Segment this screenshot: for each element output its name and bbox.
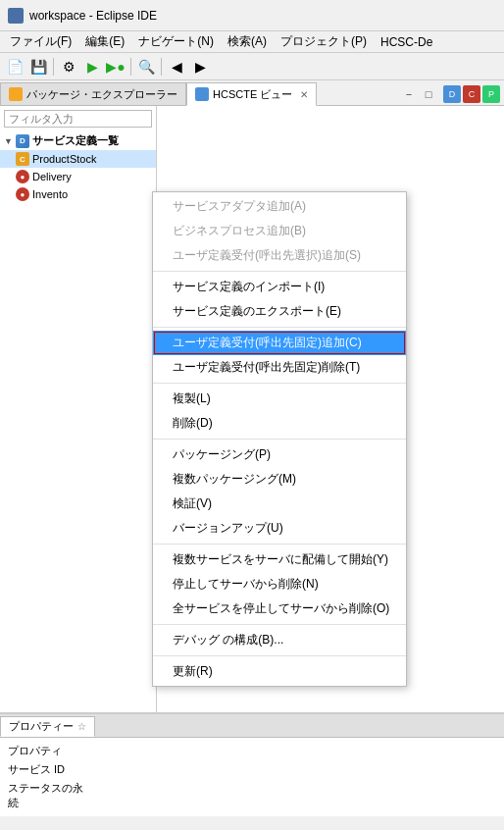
tab-hcscte-label: HCSCTE ビュー: [213, 87, 292, 102]
tab-close-icon[interactable]: ✕: [300, 89, 308, 100]
ctx-item-debug-config[interactable]: デバッグ の構成(B)...: [153, 628, 406, 652]
ctx-item-duplicate[interactable]: 複製(L): [153, 387, 406, 411]
ctx-item-refresh[interactable]: 更新(R): [153, 659, 406, 684]
toolbar-c-icon[interactable]: C: [463, 85, 480, 103]
ctx-item-stop-delete[interactable]: 停止してサーバから削除(N): [153, 572, 406, 597]
ctx-item-service-adapter[interactable]: サービスアダプタ追加(A): [153, 194, 406, 219]
toolbar-run-btn[interactable]: ▶: [81, 56, 103, 78]
filter-input[interactable]: [4, 110, 152, 128]
bottom-tab-label: プロパティー: [9, 719, 74, 734]
bottom-label-property: プロパティ: [8, 744, 86, 758]
toolbar-sep-3: [161, 58, 162, 76]
productstock-icon: C: [16, 152, 29, 166]
toolbar-new-btn[interactable]: 📄: [4, 56, 25, 78]
bottom-tab-properties[interactable]: プロパティー ☆: [0, 716, 95, 737]
tab-bar: パッケージ・エクスプローラー HCSCTE ビュー ✕ − □ D C P: [0, 80, 504, 106]
tab-restore-btn[interactable]: □: [420, 85, 437, 103]
ctx-item-user-defined-fixed-del[interactable]: ユーザ定義受付(呼出先固定)削除(T): [153, 355, 406, 380]
toolbar-gear-btn[interactable]: ⚙: [58, 56, 79, 78]
ctx-item-business-process[interactable]: ビジネスプロセス追加(B): [153, 219, 406, 243]
menu-file[interactable]: ファイル(F): [4, 31, 77, 52]
context-menu: サービスアダプタ追加(A) ビジネスプロセス追加(B) ユーザ定義受付(呼出先選…: [152, 191, 407, 687]
bottom-content: プロパティ サービス ID ステータスの永続: [0, 738, 504, 816]
invento-icon: ●: [16, 187, 29, 201]
bottom-row-service-id: サービス ID: [8, 760, 496, 779]
menu-hcsc[interactable]: HCSC-De: [375, 33, 438, 51]
toolbar-d-icon[interactable]: D: [443, 85, 461, 103]
ctx-sep-2: [153, 327, 406, 328]
bottom-label-status: ステータスの永続: [8, 781, 86, 810]
bottom-row-status: ステータスの永続: [8, 779, 496, 812]
tree-item-productstock[interactable]: C ProductStock: [0, 150, 156, 168]
tab-package-explorer[interactable]: パッケージ・エクスプローラー: [0, 82, 186, 105]
menu-bar: ファイル(F) 編集(E) ナビゲート(N) 検索(A) プロジェクト(P) H…: [0, 31, 504, 53]
toolbar-run2-btn[interactable]: ▶●: [105, 56, 126, 78]
toolbar-p-icon[interactable]: P: [482, 85, 500, 103]
tab-package-explorer-label: パッケージ・エクスプローラー: [26, 87, 177, 102]
package-explorer-icon: [9, 87, 23, 101]
hcscte-icon: [195, 87, 209, 101]
title-bar-text: workspace - Eclipse IDE: [29, 9, 157, 23]
ctx-sep-4: [153, 439, 406, 440]
bottom-row-property: プロパティ: [8, 742, 496, 760]
menu-edit[interactable]: 編集(E): [79, 31, 130, 52]
tree-item-invento-label: Invento: [32, 188, 68, 200]
tree-root-label: サービス定義一覧: [32, 133, 119, 148]
ctx-item-export[interactable]: サービス定義のエクスポート(E): [153, 299, 406, 324]
toolbar-save-btn[interactable]: 💾: [27, 56, 49, 78]
tree-item-delivery[interactable]: ● Delivery: [0, 168, 156, 185]
tab-actions: − □ D C P: [400, 82, 504, 105]
ctx-item-user-defined-fixed-add[interactable]: ユーザ定義受付(呼出先固定)追加(C): [153, 331, 406, 355]
menu-search[interactable]: 検索(A): [222, 31, 273, 52]
ctx-item-delete[interactable]: 削除(D): [153, 411, 406, 436]
tab-minimize-btn[interactable]: −: [400, 85, 418, 103]
ctx-item-validate[interactable]: 検証(V): [153, 492, 406, 516]
ctx-sep-6: [153, 624, 406, 625]
ctx-item-packaging[interactable]: パッケージング(P): [153, 442, 406, 467]
tree-root[interactable]: ▼ D サービス定義一覧: [0, 131, 156, 150]
tree-item-delivery-label: Delivery: [32, 171, 72, 182]
ctx-sep-7: [153, 655, 406, 656]
tree-item-productstock-label: ProductStock: [32, 153, 96, 165]
ctx-item-user-defined-select[interactable]: ユーザ定義受付(呼出先選択)追加(S): [153, 243, 406, 268]
toolbar: 📄 💾 ⚙ ▶ ▶● 🔍 ◀ ▶: [0, 53, 504, 80]
toolbar-sep-2: [130, 58, 131, 76]
menu-project[interactable]: プロジェクト(P): [275, 31, 373, 52]
toolbar-search-btn[interactable]: 🔍: [135, 56, 157, 78]
bottom-panel: プロパティー ☆ プロパティ サービス ID ステータスの永続: [0, 712, 504, 830]
tree-root-icon: D: [16, 134, 29, 148]
ctx-item-deploy-start[interactable]: 複数サービスをサーバに配備して開始(Y): [153, 547, 406, 572]
tree-item-invento[interactable]: ● Invento: [0, 185, 156, 203]
ctx-item-version-up[interactable]: バージョンアップ(U): [153, 516, 406, 541]
tree-expand-arrow: ▼: [4, 136, 13, 146]
ctx-sep-3: [153, 383, 406, 384]
bottom-cross-ref-icon: ☆: [77, 721, 86, 732]
toolbar-sep-1: [53, 58, 54, 76]
bottom-tab-bar: プロパティー ☆: [0, 714, 504, 738]
toolbar-fwd-btn[interactable]: ▶: [189, 56, 211, 78]
menu-navigate[interactable]: ナビゲート(N): [132, 31, 220, 52]
ctx-item-import[interactable]: サービス定義のインポート(I): [153, 275, 406, 299]
ctx-sep-1: [153, 271, 406, 272]
title-bar: workspace - Eclipse IDE: [0, 0, 504, 31]
tab-hcscte[interactable]: HCSCTE ビュー ✕: [186, 82, 317, 106]
ctx-sep-5: [153, 544, 406, 545]
ctx-item-stop-all-delete[interactable]: 全サービスを停止してサーバから削除(O): [153, 597, 406, 621]
delivery-icon: ●: [16, 170, 29, 183]
eclipse-icon: [8, 8, 24, 24]
ctx-item-multi-packaging[interactable]: 複数パッケージング(M): [153, 467, 406, 492]
bottom-label-service-id: サービス ID: [8, 762, 86, 777]
toolbar-back-btn[interactable]: ◀: [166, 56, 187, 78]
